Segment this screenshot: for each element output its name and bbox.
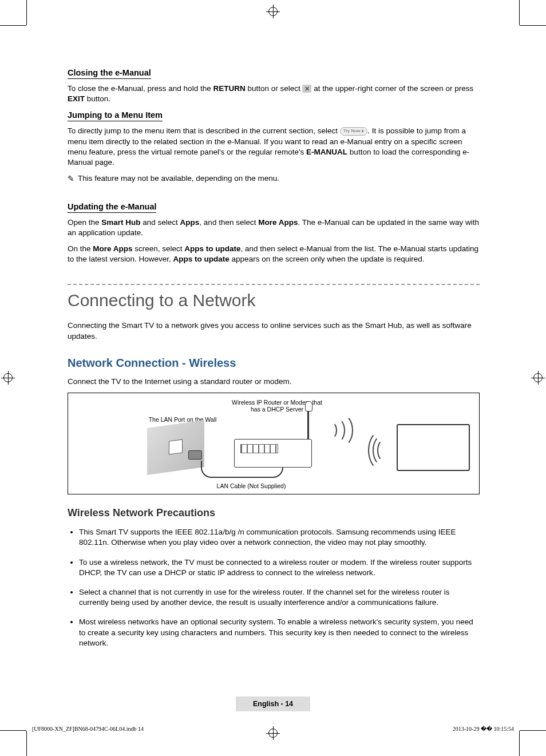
print-info-right: 2013-10-29 �� 10:15:54 [453, 726, 514, 732]
text: , and then select [199, 218, 258, 227]
heading-connecting-network: Connecting to a Network [68, 291, 480, 310]
text: To close the e-Manual, press and hold th… [68, 84, 213, 93]
crop-mark [0, 25, 26, 26]
section-title-updating: Updating the e-Manual [68, 202, 156, 213]
diagram-label-cable: LAN Cable (Not Supplied) [200, 482, 303, 489]
router-icon [234, 439, 312, 468]
text: Open the [68, 218, 101, 227]
crop-mark [520, 730, 546, 731]
note-icon: ✎ [68, 173, 74, 184]
apps-label: Apps [180, 218, 200, 227]
note-text: This feature may not be available, depen… [78, 173, 279, 184]
crop-mark [519, 0, 520, 25]
jumping-paragraph: To directly jump to the menu item that i… [68, 126, 480, 168]
text: at the upper-right corner of the screen … [311, 84, 473, 93]
smarthub-label: Smart Hub [101, 218, 140, 227]
text: button or select [246, 84, 303, 93]
text: screen, select [133, 244, 185, 253]
text: On the [68, 244, 93, 253]
print-info-left: [UF8000-XN_ZF]BN68-04794C-06L04.indb 14 [32, 726, 144, 732]
crop-mark [520, 25, 546, 26]
text: and select [141, 218, 180, 227]
return-label: RETURN [213, 84, 245, 93]
list-item: Select a channel that is not currently i… [79, 587, 480, 608]
wireless-diagram: Wireless IP Router or Modem that has a D… [68, 393, 480, 494]
text: appears on the screen only when the upda… [230, 255, 425, 263]
crop-mark [0, 730, 26, 731]
registration-mark-icon [266, 5, 280, 18]
page-footer: English - 14 [236, 696, 310, 711]
more-apps-label: More Apps [93, 244, 132, 253]
emanual-label: E-MANUAL [306, 148, 347, 156]
section-divider [68, 284, 480, 285]
plug-icon [188, 450, 202, 460]
try-now-icon: Try Now [340, 127, 367, 136]
list-item: This Smart TV supports the IEEE 802.11a/… [79, 527, 480, 548]
registration-mark-icon [266, 726, 280, 740]
lan-cable-icon [201, 461, 239, 478]
more-apps-label: More Apps [258, 218, 298, 227]
wall-port-icon [147, 420, 204, 475]
updating-p2: On the More Apps screen, select Apps to … [68, 244, 480, 264]
apps-to-update-label: Apps to update [173, 255, 230, 263]
network-intro: Connecting the Smart TV to a network giv… [68, 320, 480, 341]
crop-mark [519, 731, 520, 756]
antenna-icon [307, 407, 309, 439]
list-item: To use a wireless network, the TV must b… [79, 557, 480, 578]
list-item: Most wireless networks have an optional … [79, 617, 480, 648]
text: To directly jump to the menu item that i… [68, 126, 340, 135]
closing-paragraph: To close the e-Manual, press and hold th… [68, 84, 480, 104]
registration-mark-icon [531, 371, 545, 385]
text: button. [85, 94, 110, 103]
precautions-list: This Smart TV supports the IEEE 802.11a/… [68, 527, 480, 648]
exit-label: EXIT [68, 94, 85, 103]
updating-p1: Open the Smart Hub and select Apps, and … [68, 217, 480, 238]
page-content: Closing the e-Manual To close the e-Manu… [68, 68, 480, 658]
lan-cable-icon [238, 468, 283, 478]
heading-wireless: Network Connection - Wireless [68, 357, 480, 370]
wireless-paragraph: Connect the TV to the Internet using a s… [68, 377, 480, 387]
diagram-label-wall: The LAN Port on the Wall [143, 416, 223, 423]
registration-mark-icon [1, 371, 15, 385]
heading-precautions: Wireless Network Precautions [68, 507, 480, 519]
apps-to-update-label: Apps to update [184, 244, 240, 253]
close-icon: ✕ [302, 85, 311, 93]
section-title-jumping: Jumping to a Menu Item [68, 110, 163, 121]
note-row: ✎ This feature may not be available, dep… [68, 173, 480, 184]
crop-mark [26, 0, 27, 25]
section-title-closing: Closing the e-Manual [68, 68, 151, 79]
tv-icon [397, 424, 470, 471]
crop-mark [26, 731, 27, 756]
